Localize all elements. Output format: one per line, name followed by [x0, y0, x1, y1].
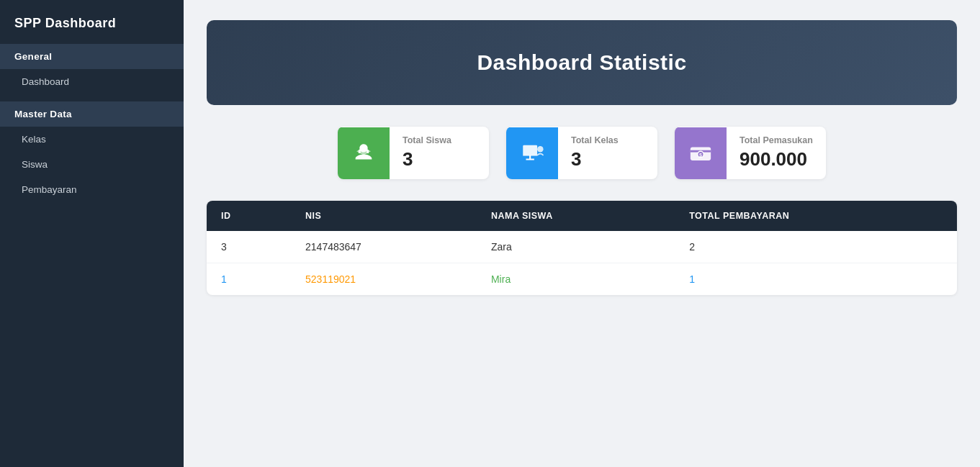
stat-card-pemasukan: $ Total Pemasukan 900.000: [675, 127, 826, 179]
stat-icon-siswa: [338, 127, 390, 179]
table-container: ID NIS NAMA SISWA TOTAL PEMBAYARAN 3 214…: [207, 201, 957, 295]
sidebar-logo: SPP Dashboard: [0, 0, 184, 44]
sidebar-section-general: General: [0, 44, 184, 69]
stat-info-kelas: Total Kelas 3: [558, 127, 631, 179]
cell-nama[interactable]: Mira: [477, 263, 675, 296]
stat-card-kelas: Total Kelas 3: [506, 127, 657, 179]
stat-value-siswa: 3: [403, 148, 451, 171]
svg-rect-0: [523, 145, 537, 155]
sidebar-section-masterdata: Master Data: [0, 101, 184, 127]
stat-info-pemasukan: Total Pemasukan 900.000: [727, 127, 826, 179]
sidebar-item-kelas[interactable]: Kelas: [0, 127, 184, 152]
stat-value-kelas: 3: [571, 148, 619, 171]
svg-point-4: [537, 146, 544, 153]
stat-label-pemasukan: Total Pemasukan: [740, 135, 813, 145]
dashboard-title: Dashboard Statistic: [228, 50, 935, 75]
cell-total[interactable]: 1: [675, 263, 957, 296]
col-header-id: ID: [207, 201, 291, 231]
cell-total: 2: [675, 231, 957, 263]
sidebar-item-pembayaran[interactable]: Pembayaran: [0, 177, 184, 202]
stat-icon-kelas: [506, 127, 558, 179]
svg-text:$: $: [699, 152, 702, 158]
cell-nis[interactable]: 523119021: [291, 263, 477, 296]
cell-nama: Zara: [477, 231, 675, 263]
dashboard-banner: Dashboard Statistic: [207, 20, 957, 105]
stat-card-siswa: Total Siswa 3: [338, 127, 489, 179]
stat-value-pemasukan: 900.000: [740, 148, 813, 171]
col-header-nis: NIS: [291, 201, 477, 231]
sidebar-item-siswa[interactable]: Siswa: [0, 152, 184, 177]
stat-label-siswa: Total Siswa: [403, 135, 451, 145]
cell-id[interactable]: 1: [207, 263, 291, 296]
col-header-total: TOTAL PEMBAYARAN: [675, 201, 957, 231]
cell-id: 3: [207, 231, 291, 263]
table-row: 3 2147483647 Zara 2: [207, 231, 957, 263]
sidebar: SPP Dashboard General Dashboard Master D…: [0, 0, 184, 467]
cell-nis: 2147483647: [291, 231, 477, 263]
stat-info-siswa: Total Siswa 3: [390, 127, 464, 179]
col-header-nama: NAMA SISWA: [477, 201, 675, 231]
table-row: 1 523119021 Mira 1: [207, 263, 957, 296]
sidebar-item-dashboard[interactable]: Dashboard: [0, 69, 184, 94]
main-content: Dashboard Statistic Total Siswa 3: [184, 0, 980, 467]
stat-icon-pemasukan: $: [675, 127, 727, 179]
stat-label-kelas: Total Kelas: [571, 135, 619, 145]
payments-table: ID NIS NAMA SISWA TOTAL PEMBAYARAN 3 214…: [207, 201, 957, 295]
stat-cards: Total Siswa 3 Total Kelas 3: [207, 127, 957, 179]
table-header-row: ID NIS NAMA SISWA TOTAL PEMBAYARAN: [207, 201, 957, 231]
